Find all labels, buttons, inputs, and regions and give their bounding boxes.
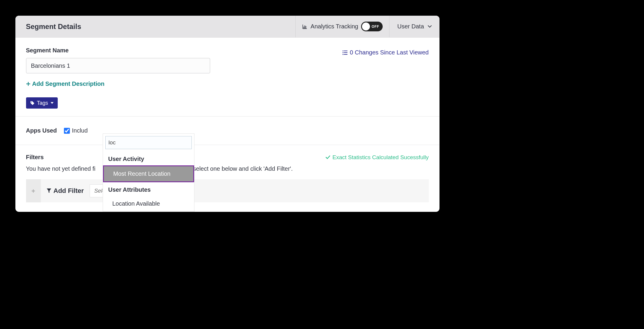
panel-body: Segment Name 0 Changes Since Last Viewed… <box>15 38 439 202</box>
include-users-checkbox[interactable] <box>64 128 70 134</box>
analytics-tracking-section: Analytics Tracking OFF <box>295 16 389 37</box>
caret-down-icon <box>51 102 54 104</box>
check-icon <box>326 155 330 159</box>
filters-title: Filters <box>26 154 44 161</box>
analytics-tracking-toggle[interactable]: OFF <box>361 22 383 31</box>
segment-name-label: Segment Name <box>26 47 69 54</box>
list-icon <box>342 50 348 55</box>
changes-since-text: 0 Changes Since Last Viewed <box>350 49 429 56</box>
add-segment-description-label: Add Segment Description <box>32 80 104 87</box>
stats-status: Exact Statistics Calculated Sucessfully <box>326 154 429 161</box>
funnel-icon <box>47 188 51 193</box>
apps-used-label: Apps Used <box>26 127 57 134</box>
segment-details-panel: Segment Details Analytics Tracking OFF U… <box>15 16 439 212</box>
analytics-tracking-label: Analytics Tracking <box>310 23 358 30</box>
svg-rect-8 <box>344 52 347 53</box>
dropdown-group-user-activity: User Activity <box>103 151 194 165</box>
user-data-dropdown[interactable]: User Data <box>389 16 439 37</box>
filter-dropdown-search[interactable] <box>105 136 192 149</box>
changes-since-link[interactable]: 0 Changes Since Last Viewed <box>342 49 429 56</box>
add-filter-cell: Add Filter <box>41 179 90 202</box>
svg-point-7 <box>342 52 343 53</box>
svg-point-9 <box>342 54 343 55</box>
tag-icon <box>30 101 35 105</box>
svg-rect-2 <box>304 27 304 29</box>
add-filter-row: Add Filter Select Filter... <box>26 179 429 202</box>
toggle-off-label: OFF <box>371 25 379 29</box>
svg-rect-6 <box>344 51 347 51</box>
filters-section: Filters Exact Statistics Calculated Suce… <box>26 145 429 202</box>
add-filter-label: Add Filter <box>54 187 84 195</box>
svg-point-11 <box>31 101 32 102</box>
apps-used-row: Apps Used Includ <box>15 116 439 145</box>
add-row-plus-button[interactable] <box>26 179 41 202</box>
user-data-label: User Data <box>397 23 424 30</box>
svg-rect-3 <box>305 25 305 29</box>
dropdown-item-most-recent-location[interactable]: Most Recent Location <box>103 165 194 182</box>
stats-status-text: Exact Statistics Calculated Sucessfully <box>332 154 429 161</box>
svg-rect-4 <box>306 26 306 29</box>
chevron-down-icon <box>428 25 432 28</box>
add-segment-description-link[interactable]: Add Segment Description <box>26 80 429 87</box>
dropdown-group-user-attributes: User Attributes <box>103 182 194 196</box>
bar-chart-icon <box>302 24 307 29</box>
plus-icon <box>26 82 30 86</box>
page-title: Segment Details <box>15 22 296 31</box>
tags-button[interactable]: Tags <box>26 97 58 109</box>
svg-rect-10 <box>344 54 347 55</box>
tags-label: Tags <box>37 100 48 106</box>
filters-description: You have not yet defined filters for thi… <box>26 165 429 172</box>
svg-point-5 <box>342 50 343 51</box>
include-users-checkbox-wrap[interactable]: Includ <box>64 127 88 134</box>
segment-name-input[interactable] <box>26 58 210 73</box>
toggle-knob <box>362 22 370 30</box>
include-users-label: Includ <box>72 127 88 134</box>
dropdown-item-location-available[interactable]: Location Available <box>103 196 194 211</box>
filter-dropdown: User Activity Most Recent Location User … <box>103 133 194 212</box>
plus-icon <box>31 189 36 193</box>
panel-header: Segment Details Analytics Tracking OFF U… <box>15 16 439 38</box>
